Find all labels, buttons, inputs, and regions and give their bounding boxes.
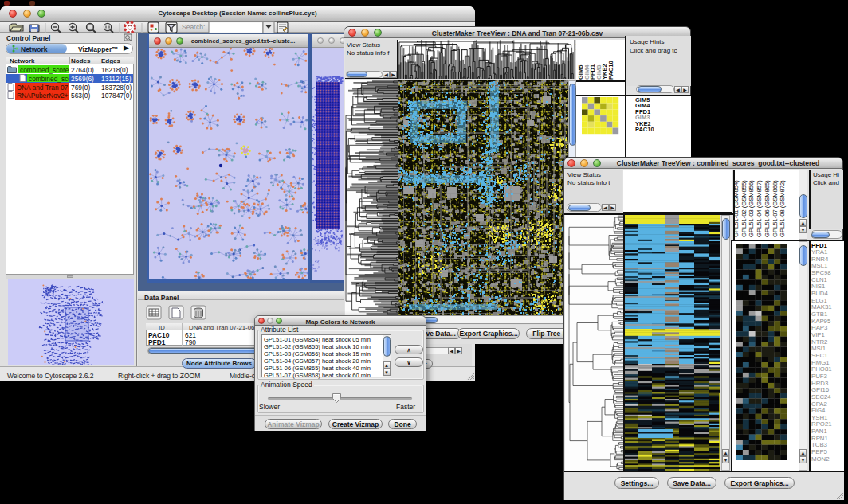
svg-text:GPL51-08 (GSM872): GPL51-08 (GSM872) bbox=[779, 180, 786, 237]
svg-text:GPL51-03 (GSM856): GPL51-03 (GSM856) bbox=[748, 180, 755, 237]
svg-text:GPL51-02 (GSM855): GPL51-02 (GSM855) bbox=[740, 180, 748, 237]
svg-text:GPL51-07 (GSM868): GPL51-07 (GSM868) bbox=[771, 180, 779, 237]
svg-text:GPL51-06 (GSM865): GPL51-06 (GSM865) bbox=[764, 180, 771, 237]
svg-text:PAC10: PAC10 bbox=[607, 61, 614, 80]
svg-text:GPL51-04 (GSM857): GPL51-04 (GSM857) bbox=[756, 180, 763, 237]
svg-text:GPL51-01 (GSM854): GPL51-01 (GSM854) bbox=[732, 180, 740, 237]
svg-text:Search:: Search: bbox=[182, 23, 205, 31]
